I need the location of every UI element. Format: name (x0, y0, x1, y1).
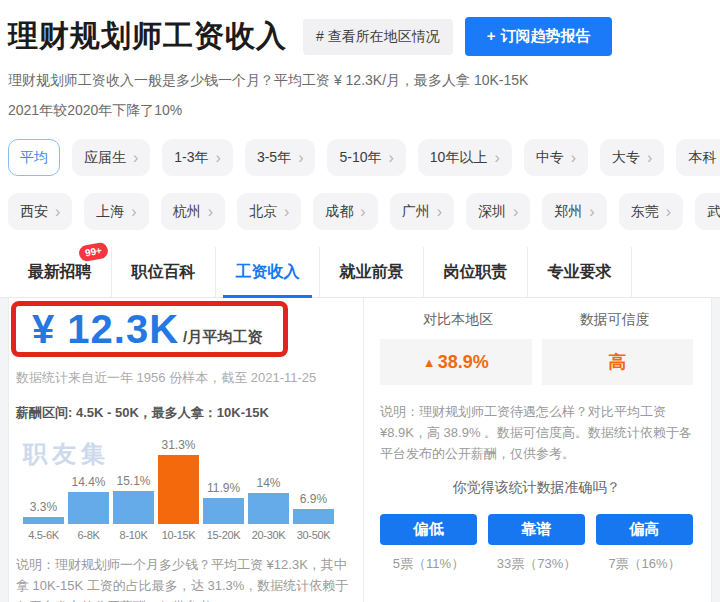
tab-latest-jobs[interactable]: 最新招聘99+ (8, 247, 112, 297)
filter-3-5-years[interactable]: 3-5年› (245, 139, 316, 176)
bar-10-15K: 31.3% (156, 438, 201, 524)
bar-6-8K: 14.4% (66, 475, 111, 524)
salary-range-note: 薪酬区间: 4.5K - 50K，最多人拿：10K-15K (16, 404, 363, 422)
chevron-right-icon: › (494, 150, 499, 166)
filter-10-plus-years[interactable]: 10年以上› (418, 139, 512, 176)
trend-note: 2021年较2020年下降了10% (8, 102, 712, 120)
chevron-right-icon: › (647, 150, 652, 166)
confidence-value-box: 高 (542, 339, 694, 385)
bar (68, 492, 109, 524)
bar-30-50K: 6.9% (291, 492, 336, 524)
salary-summary-text: 理财规划师工资收入一般是多少钱一个月？平均工资 ¥ 12.3K/月，最多人拿 1… (8, 72, 712, 90)
experience-filter-row: 平均 应届生› 1-3年› 3-5年› 5-10年› 10年以上› 中专› 大专… (0, 139, 720, 176)
tab-bar: 最新招聘99+ 职位百科 工资收入 就业前景 岗位职责 专业要求 (0, 247, 720, 298)
city-guangzhou[interactable]: 广州› (390, 193, 454, 230)
chevron-right-icon: › (133, 150, 138, 166)
filter-fresh-graduate[interactable]: 应届生› (72, 139, 150, 176)
poll-option-high: 偏高 7票（16%） (596, 514, 693, 573)
chevron-right-icon: › (131, 204, 136, 220)
watermark: 职友集 (23, 438, 110, 470)
chevron-right-icon: › (55, 204, 60, 220)
vote-reliable-button[interactable]: 靠谱 (488, 514, 585, 545)
city-xian[interactable]: 西安› (8, 193, 72, 230)
city-filter-row: 西安› 上海› 杭州› 北京› 成都› 广州› 深圳› 郑州› 东莞› 武汉› (0, 193, 720, 230)
chevron-right-icon: › (298, 150, 303, 166)
tab-job-duties[interactable]: 岗位职责 (424, 247, 528, 297)
city-dongguan[interactable]: 东莞› (619, 193, 683, 230)
city-zhengzhou[interactable]: 郑州› (542, 193, 606, 230)
subscribe-label: 订阅趋势报告 (500, 27, 590, 44)
tab-employment-outlook[interactable]: 就业前景 (320, 247, 424, 297)
bar (23, 517, 64, 524)
notification-badge: 99+ (78, 242, 109, 263)
filter-technical-secondary[interactable]: 中专› (524, 139, 588, 176)
city-beijing[interactable]: 北京› (237, 193, 301, 230)
chevron-right-icon: › (513, 204, 518, 220)
vote-low-count: 5票（11%） (380, 555, 477, 573)
salary-page: 理财规划师工资收入 # 查看所在地区情况 +订阅趋势报告 理财规划师工资收入一般… (0, 0, 720, 602)
plus-icon: + (487, 27, 496, 44)
salary-stats-card: ¥ 12.3K /月平均工资 数据统计来自近一年 1956 份样本，截至 202… (8, 298, 712, 602)
bar (113, 491, 154, 524)
content-card-wrap: ¥ 12.3K /月平均工资 数据统计来自近一年 1956 份样本，截至 202… (0, 298, 720, 602)
salary-left-panel: ¥ 12.3K /月平均工资 数据统计来自近一年 1956 份样本，截至 202… (9, 298, 363, 602)
vote-reliable-count: 33票（73%） (488, 555, 585, 573)
filter-5-10-years[interactable]: 5-10年› (327, 139, 405, 176)
up-arrow-icon: ▲ (423, 355, 436, 370)
sample-note: 数据统计来自近一年 1956 份样本，截至 2021-11-25 (16, 369, 363, 387)
tab-major-requirements[interactable]: 专业要求 (528, 247, 632, 297)
poll-option-reliable: 靠谱 33票（73%） (488, 514, 585, 573)
poll-options: 偏低 5票（11%） 靠谱 33票（73%） 偏高 7票（16%） (380, 514, 693, 573)
vote-low-button[interactable]: 偏低 (380, 514, 477, 545)
salary-distribution-chart: 职友集 3.3% 14.4% 15.1% 31.3% 11.9% 14% 6.9… (21, 436, 341, 541)
tab-job-wiki[interactable]: 职位百科 (112, 247, 216, 297)
filter-junior-college[interactable]: 大专› (600, 139, 664, 176)
filter-1-3-years[interactable]: 1-3年› (162, 139, 233, 176)
bar-highlighted (158, 455, 199, 524)
city-shenzhen[interactable]: 深圳› (466, 193, 530, 230)
chevron-right-icon: › (437, 204, 442, 220)
city-wuhan[interactable]: 武汉› (695, 193, 720, 230)
filter-bachelor[interactable]: 本科› (676, 139, 720, 176)
region-tag[interactable]: # 查看所在地区情况 (303, 19, 453, 55)
chevron-right-icon: › (360, 204, 365, 220)
bar (248, 493, 289, 524)
chevron-right-icon: › (284, 204, 289, 220)
subscribe-button[interactable]: +订阅趋势报告 (465, 17, 613, 56)
bar-4.5-6K: 3.3% (21, 500, 66, 524)
chevron-right-icon: › (216, 150, 221, 166)
chevron-right-icon: › (208, 204, 213, 220)
average-salary-unit: /月平均工资 (183, 328, 262, 347)
salary-description: 说明：理财规划师一个月多少钱？平均工资 ¥12.3K，其中拿 10K-15K 工… (16, 554, 349, 602)
bar (293, 509, 334, 524)
page-title: 理财规划师工资收入 (8, 16, 287, 57)
page-header: 理财规划师工资收入 # 查看所在地区情况 +订阅趋势报告 理财规划师工资收入一般… (0, 0, 720, 120)
bar-15-20K: 11.9% (201, 481, 246, 524)
chevron-right-icon: › (589, 204, 594, 220)
poll-option-low: 偏低 5票（11%） (380, 514, 477, 573)
tab-salary-income[interactable]: 工资收入 (216, 247, 320, 297)
bar-20-30K: 14% (246, 476, 291, 524)
city-chengdu[interactable]: 成都› (313, 193, 377, 230)
city-hangzhou[interactable]: 杭州› (161, 193, 225, 230)
local-compare-value: 38.9% (438, 352, 489, 373)
comparison-description: 说明：理财规划师工资待遇怎么样？对比平均工资 ¥8.9K，高 38.9% 。数据… (380, 401, 693, 464)
chevron-right-icon: › (388, 150, 393, 166)
comparison-right-panel: 对比本地区 数据可信度 ▲38.9% 高 说明：理财规划师工资待遇怎么样？对比平… (363, 298, 711, 602)
city-shanghai[interactable]: 上海› (84, 193, 148, 230)
poll-question: 你觉得该统计数据准确吗？ (380, 479, 693, 497)
average-salary-value: ¥ 12.3K (32, 309, 179, 349)
confidence-value: 高 (608, 350, 626, 374)
bar-8-10K: 15.1% (111, 474, 156, 524)
vote-high-count: 7票（16%） (596, 555, 693, 573)
chevron-right-icon: › (666, 204, 671, 220)
local-compare-value-box: ▲38.9% (380, 339, 532, 385)
filter-average[interactable]: 平均 (8, 139, 60, 176)
local-compare-header: 对比本地区 (380, 311, 537, 329)
confidence-header: 数据可信度 (537, 311, 694, 329)
chevron-right-icon: › (571, 150, 576, 166)
vote-high-button[interactable]: 偏高 (596, 514, 693, 545)
bar (203, 498, 244, 524)
average-salary-highlight-box: ¥ 12.3K /月平均工资 (11, 301, 288, 357)
chart-x-axis: 4.5-6K 6-8K 8-10K 10-15K 15-20K 20-30K 3… (21, 524, 341, 541)
